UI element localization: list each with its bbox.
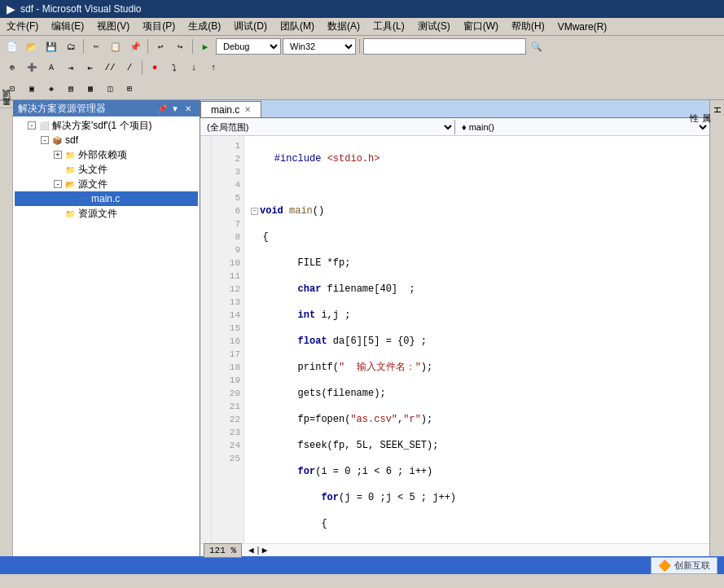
code-line: -void main() bbox=[251, 204, 703, 217]
code-editor-content[interactable]: #include <stdio.h> -void main() { FILE *… bbox=[244, 136, 709, 543]
step-over-btn[interactable]: ⤵ bbox=[165, 59, 183, 77]
pin-button[interactable]: 📌 bbox=[156, 102, 169, 115]
tree-project[interactable]: - 📦 sdf bbox=[15, 133, 198, 147]
menu-vmware[interactable]: VMware(R) bbox=[551, 20, 614, 34]
save-btn[interactable]: 💾 bbox=[42, 37, 60, 55]
expand-sources[interactable]: - bbox=[54, 180, 62, 188]
code-line: { bbox=[251, 517, 703, 530]
tree-solution[interactable]: - ⬜ 解决方案'sdf'(1 个项目) bbox=[15, 118, 198, 133]
menu-test[interactable]: 测试(S) bbox=[411, 18, 457, 35]
tree-external[interactable]: + 📁 外部依赖项 bbox=[15, 147, 198, 162]
code-line: { bbox=[251, 230, 703, 244]
right-panel-tabs: H属性 bbox=[709, 100, 724, 556]
dropdown-button[interactable]: ▼ bbox=[169, 102, 182, 115]
extra-btn3[interactable]: ◈ bbox=[42, 80, 60, 98]
app-icon: ▶ bbox=[7, 2, 15, 15]
search-icon[interactable]: 🔍 bbox=[528, 37, 546, 55]
project-label: sdf bbox=[65, 134, 78, 146]
menu-team[interactable]: 团队(M) bbox=[274, 18, 321, 35]
code-line: int i,j ; bbox=[251, 309, 703, 322]
tab-close-btn[interactable]: ✕ bbox=[244, 105, 251, 114]
menu-project[interactable]: 项目(P) bbox=[136, 18, 182, 35]
scroll-right[interactable]: ▶ bbox=[262, 545, 268, 555]
tree-mainc[interactable]: c+ main.c bbox=[15, 191, 198, 206]
scrollbar[interactable] bbox=[257, 546, 259, 555]
watermark-area: 🔶 创新互联 bbox=[651, 557, 717, 574]
menu-edit[interactable]: 编辑(E) bbox=[45, 18, 90, 35]
add-item-btn[interactable]: ➕ bbox=[23, 59, 41, 77]
new-file-btn[interactable]: 📄 bbox=[3, 37, 21, 55]
search-input[interactable] bbox=[363, 38, 526, 55]
left-vertical-toolbar: 调试 工具箱 bbox=[0, 100, 13, 556]
extra-btn2[interactable]: ▣ bbox=[23, 80, 41, 98]
unindent-btn[interactable]: ⇤ bbox=[81, 59, 99, 77]
step-out-btn[interactable]: ↑ bbox=[204, 59, 222, 77]
extra-btn7[interactable]: ⊞ bbox=[121, 80, 138, 98]
member-dropdown[interactable]: ♦ main() bbox=[455, 119, 709, 135]
main-c-tab[interactable]: main.c ✕ bbox=[200, 101, 261, 117]
watermark-text: 创新互联 bbox=[674, 559, 710, 572]
menu-data[interactable]: 数据(A) bbox=[321, 18, 366, 35]
solution-explorer: 解决方案资源管理器 📌 ▼ ✕ - ⬜ 解决方案'sdf'(1 个项目) - 📦… bbox=[13, 100, 200, 556]
menu-window[interactable]: 窗口(W) bbox=[457, 18, 505, 35]
expand-external[interactable]: + bbox=[54, 151, 62, 159]
save-all-btn[interactable]: 🗂 bbox=[62, 37, 80, 55]
code-line: gets(filename); bbox=[251, 387, 703, 400]
tab-bar: main.c ✕ bbox=[200, 100, 709, 118]
sources-label: 源文件 bbox=[78, 178, 108, 191]
uncomment-btn[interactable]: / bbox=[121, 59, 138, 77]
zoom-area: 121 % ◀ ▶ bbox=[204, 543, 267, 558]
title-bar: ▶ sdf - Microsoft Visual Studio bbox=[0, 0, 724, 18]
paste-btn[interactable]: 📌 bbox=[126, 37, 144, 55]
menu-debug[interactable]: 调试(D) bbox=[227, 18, 274, 35]
tree-headers[interactable]: 📁 头文件 bbox=[15, 162, 198, 177]
extra-btn4[interactable]: ▤ bbox=[62, 80, 80, 98]
close-panel-button[interactable]: ✕ bbox=[182, 102, 195, 115]
breakpoint-btn[interactable]: ● bbox=[146, 59, 164, 77]
open-btn[interactable]: 📂 bbox=[23, 37, 41, 55]
extra-btn1[interactable]: ⊡ bbox=[3, 80, 21, 98]
extra-btn6[interactable]: ◫ bbox=[101, 80, 119, 98]
copy-btn[interactable]: 📋 bbox=[107, 37, 125, 55]
toolbar-row1: 📄 📂 💾 🗂 ✂ 📋 📌 ↩ ↪ ▶ Debug Release Win32 … bbox=[0, 36, 724, 57]
debug-tab[interactable]: 调试 bbox=[0, 100, 13, 108]
add-class-btn[interactable]: ⊕ bbox=[3, 59, 21, 77]
main-layout: 调试 工具箱 解决方案资源管理器 📌 ▼ ✕ - ⬜ 解决方案'sdf'(1 个… bbox=[0, 100, 724, 556]
undo-btn[interactable]: ↩ bbox=[151, 37, 169, 55]
window-title: sdf - Microsoft Visual Studio bbox=[20, 3, 142, 15]
project-icon: 📦 bbox=[50, 134, 64, 146]
solution-label: 解决方案'sdf'(1 个项目) bbox=[52, 119, 152, 133]
properties-tab[interactable]: H属性 bbox=[710, 100, 724, 120]
sep1 bbox=[83, 39, 84, 54]
menu-file[interactable]: 文件(F) bbox=[0, 18, 45, 35]
menu-tools[interactable]: 工具(L) bbox=[366, 18, 411, 35]
code-line: fseek(fp, 5L, SEEK_SET); bbox=[251, 439, 703, 452]
extra-btn5[interactable]: ▦ bbox=[81, 80, 99, 98]
code-footer: 121 % ◀ ▶ bbox=[200, 543, 709, 556]
menu-help[interactable]: 帮助(H) bbox=[505, 18, 551, 35]
expand-project[interactable]: - bbox=[41, 136, 49, 144]
scroll-left[interactable]: ◀ bbox=[248, 545, 254, 555]
cut-btn[interactable]: ✂ bbox=[87, 37, 105, 55]
menu-build[interactable]: 生成(B) bbox=[182, 18, 227, 35]
debug-mode-select[interactable]: Debug Release bbox=[216, 38, 281, 55]
step-in-btn[interactable]: ↓ bbox=[185, 59, 203, 77]
redo-btn[interactable]: ↪ bbox=[171, 37, 189, 55]
folder-icon: 📁 bbox=[64, 149, 77, 160]
indent-btn[interactable]: ⇥ bbox=[62, 59, 80, 77]
expand-solution[interactable]: - bbox=[28, 121, 36, 129]
tree-sources[interactable]: - 📂 源文件 bbox=[15, 177, 198, 191]
tab-label: main.c bbox=[211, 104, 239, 116]
menu-view[interactable]: 视图(V) bbox=[90, 18, 136, 35]
platform-select[interactable]: Win32 x64 bbox=[283, 38, 356, 55]
collapse-margin bbox=[200, 136, 212, 543]
scope-dropdown[interactable]: (全局范围) bbox=[200, 119, 454, 135]
comment-btn[interactable]: // bbox=[101, 59, 119, 77]
toolbox-tab[interactable]: 工具箱 bbox=[0, 108, 13, 115]
run-btn[interactable]: ▶ bbox=[196, 37, 214, 55]
code-view-btn[interactable]: A bbox=[42, 59, 60, 77]
panel-title: 解决方案资源管理器 bbox=[18, 102, 156, 116]
tree-resources[interactable]: 📁 资源文件 bbox=[15, 206, 198, 221]
sources-folder-icon: 📂 bbox=[64, 178, 77, 190]
status-bar: 🔶 创新互联 bbox=[0, 556, 724, 574]
